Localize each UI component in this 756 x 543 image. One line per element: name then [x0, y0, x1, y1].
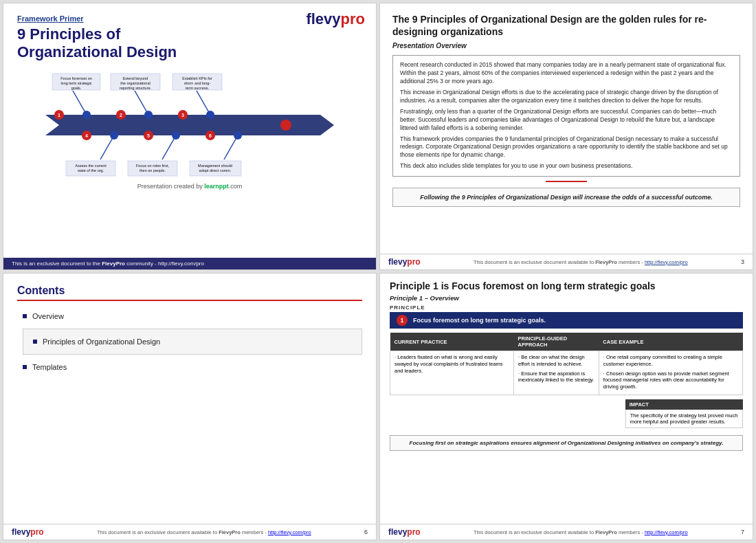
svg-text:the organizational: the organizational	[120, 81, 150, 85]
svg-point-9	[144, 111, 153, 119]
impact-col: IMPACT The specificity of the strategy t…	[625, 399, 743, 432]
svg-text:6: 6	[209, 133, 212, 138]
slide2-footer-text: This document is an exclusive document a…	[474, 259, 688, 265]
table-cell-case: · One retail company committed to creati…	[599, 351, 742, 395]
list-item: Overview	[23, 312, 362, 320]
slide3-footer-link[interactable]: http://flevy.com/pro	[268, 529, 311, 535]
svg-text:5: 5	[147, 133, 150, 138]
principle-number: 1	[397, 315, 408, 326]
impact-section-wrapper: IMPACT The specificity of the strategy t…	[390, 399, 743, 432]
slide2-footer: flevypro This document is an exclusive d…	[380, 254, 753, 269]
table-cell-current: · Leaders fixated on what is wrong and e…	[390, 351, 514, 395]
slide2-subtitle: Presentation Overview	[392, 42, 740, 49]
slide2-para-5: This deck also includes slide templates …	[400, 162, 733, 170]
slide2-para-4: This framework provides companies the 9 …	[400, 135, 733, 160]
svg-text:2: 2	[120, 113, 122, 118]
principle-bar: 1 Focus foremost on long term strategic …	[390, 312, 743, 329]
slide3-footer: flevypro This document is an exclusive d…	[3, 524, 376, 540]
svg-text:goals.: goals.	[71, 86, 82, 90]
svg-text:Management should: Management should	[198, 164, 232, 168]
svg-text:Extend beyond: Extend beyond	[123, 76, 148, 80]
item-label-principles: Principles of Organizational Design	[43, 337, 160, 346]
slide4-footer: flevypro This document is an exclusive d…	[380, 524, 753, 540]
svg-text:Focus on roles first,: Focus on roles first,	[136, 164, 169, 168]
principle-bar-text: Focus foremost on long term strategic go…	[413, 317, 546, 324]
svg-text:then on people.: then on people.	[140, 168, 166, 173]
slide2-para-3: Frustratingly, only less than a quarter …	[400, 108, 733, 133]
svg-text:4: 4	[85, 133, 88, 138]
svg-line-7	[224, 135, 238, 159]
slide2-content: The 9 Principles of Organizational Desig…	[380, 3, 753, 254]
table-row: · Leaders fixated on what is wrong and e…	[390, 351, 743, 395]
list-item-highlighted: Principles of Organizational Design	[23, 329, 362, 355]
red-accent	[546, 181, 587, 182]
slide2-para-1: Recent research conducted in 2015 showed…	[400, 61, 733, 86]
slide3-footer-logo: flevypro	[12, 527, 44, 537]
slide4-title: Principle 1 is Focus foremost on long te…	[390, 280, 743, 291]
svg-text:Establish KPIs for: Establish KPIs for	[182, 76, 212, 80]
slide-2: The 9 Principles of Organizational Desig…	[379, 3, 753, 270]
bullet-icon	[33, 340, 37, 344]
svg-point-10	[206, 111, 214, 119]
svg-text:reporting structure.: reporting structure.	[120, 86, 152, 90]
svg-point-11	[110, 131, 118, 140]
slide1-content: flevypro Framework Primer 9 Principles o…	[3, 3, 376, 258]
svg-line-6	[162, 135, 176, 159]
list-item: Templates	[23, 363, 362, 371]
principle-label: PRINCIPLE	[390, 304, 743, 311]
svg-text:term success.: term success.	[186, 86, 209, 90]
slide2-footer-logo: flevypro	[388, 257, 421, 267]
slide2-callout: Following the 9 Principles of Organizati…	[392, 188, 740, 207]
table-header-case: CASE EXAMPLE	[599, 333, 742, 351]
table-header-current: CURRENT PRACTICE	[390, 333, 514, 351]
slide4-footer-logo: flevypro	[388, 527, 421, 537]
svg-text:3: 3	[181, 113, 184, 118]
svg-line-2	[73, 91, 87, 115]
slide4-footer-link[interactable]: http://flevy.com/pro	[645, 529, 688, 535]
slide4-footer-text: This document is an exclusive document a…	[474, 529, 688, 535]
slide3-footer-text: This document is an exclusive document a…	[97, 529, 311, 535]
svg-line-4	[197, 91, 210, 115]
bullet-icon	[23, 365, 27, 369]
empty-left	[390, 399, 507, 432]
item-label-overview: Overview	[32, 312, 64, 320]
svg-point-8	[82, 111, 91, 119]
svg-point-14	[280, 120, 291, 131]
svg-line-3	[135, 91, 148, 115]
slide-4: Principle 1 is Focus foremost on long te…	[379, 273, 753, 540]
logo-pro: pro	[341, 10, 365, 27]
slide1-title: 9 Principles ofOrganizational Design	[17, 25, 362, 62]
item-label-templates: Templates	[32, 363, 67, 371]
presentation-created: Presentation created by learnppt.com	[17, 183, 362, 190]
slide2-title: The 9 Principles of Organizational Desig…	[392, 13, 740, 38]
impact-content: The specificity of the strategy test pro…	[625, 410, 743, 428]
svg-text:short- and long-: short- and long-	[184, 81, 211, 85]
slide3-items-list: Overview Principles of Organizational De…	[17, 312, 362, 371]
bullet-icon	[23, 314, 27, 318]
slide3-content: Contents Overview Principles of Organiza…	[3, 274, 376, 524]
slide-1: flevypro Framework Primer 9 Principles o…	[3, 3, 377, 270]
slide3-title: Contents	[17, 285, 362, 301]
slide1-logo: flevypro	[306, 10, 365, 28]
slide4-page-num: 7	[741, 529, 744, 535]
svg-text:Assess the current: Assess the current	[75, 164, 107, 168]
logo-flevy: flevy	[306, 10, 340, 27]
slide2-footer-link[interactable]: http://flevy.com/pro	[645, 259, 688, 265]
slide1-footer: This is an exclusive document to the Fle…	[3, 258, 376, 269]
fishbone-diagram: Focus foremost on long term strategic go…	[17, 70, 362, 180]
slide4-subtitle: Principle 1 – Overview	[390, 294, 743, 302]
slide-3: Contents Overview Principles of Organiza…	[3, 273, 377, 540]
slide2-para-2: This increase in Organizational Design e…	[400, 89, 733, 105]
slide3-page-num: 6	[364, 529, 368, 535]
svg-point-12	[172, 131, 180, 140]
principle-table: CURRENT PRACTICE PRINCIPLE-GUIDED APPROA…	[390, 333, 743, 395]
svg-point-13	[234, 131, 242, 140]
slide4-callout: Focusing first on strategic aspirations …	[390, 435, 743, 451]
svg-text:state of the org.: state of the org.	[78, 168, 104, 173]
svg-text:long term strategic: long term strategic	[60, 81, 91, 85]
slide2-page-num: 3	[741, 258, 744, 265]
svg-text:Focus foremost on: Focus foremost on	[60, 76, 92, 80]
slide2-body-box: Recent research conducted in 2015 showed…	[392, 55, 740, 177]
empty-mid	[507, 399, 625, 432]
svg-text:adopt direct comm.: adopt direct comm.	[199, 168, 232, 173]
